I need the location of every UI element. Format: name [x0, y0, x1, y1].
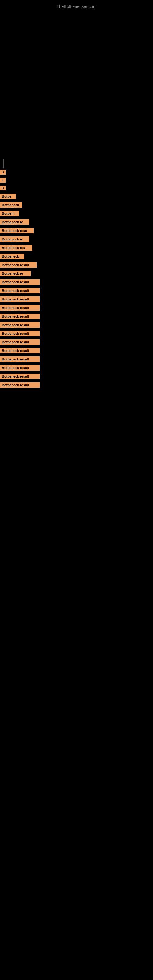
list-item: Bottleneck result	[0, 329, 153, 337]
list-item: Bottleneck result	[0, 321, 153, 329]
bottleneck-result-label: B	[0, 170, 5, 175]
bottleneck-result-label: E	[0, 178, 5, 183]
list-item: Bottleneck result	[0, 338, 153, 346]
bottleneck-result-label: Bottleneck result	[0, 279, 40, 285]
list-item: Bottleneck result	[0, 295, 153, 303]
list-item: Bottle	[0, 192, 153, 200]
bottleneck-result-label: Bottleneck re	[0, 271, 30, 276]
list-item: Bottleneck	[0, 252, 153, 260]
list-item: B	[0, 185, 153, 192]
bottleneck-result-label: Bottleneck re	[0, 219, 29, 225]
list-item: Bottleneck result	[0, 381, 153, 389]
bottleneck-result-label: Bottleneck res	[0, 245, 32, 250]
bottleneck-result-label: Bottleneck result	[0, 382, 40, 388]
list-item: Bottleneck result	[0, 364, 153, 372]
bottleneck-result-label: Bottleneck result	[0, 374, 40, 379]
bottleneck-result-label: Bottleneck result	[0, 262, 37, 268]
list-item: Bottleneck	[0, 201, 153, 209]
list-item: Bottleneck resu	[0, 227, 153, 235]
bottleneck-result-label: Bottleneck	[0, 254, 24, 259]
vertical-line	[3, 159, 4, 169]
bottleneck-result-label: Bottle	[0, 194, 16, 199]
bottleneck-result-label: Bottleneck result	[0, 305, 40, 310]
bottleneck-result-label: Bottleneck result	[0, 356, 40, 362]
bottleneck-result-label: Bottleneck re	[0, 236, 29, 242]
list-item: Bottleneck result	[0, 278, 153, 286]
bottleneck-result-label: Bottleneck	[0, 202, 22, 208]
list-item: Bottleneck result	[0, 312, 153, 320]
bottleneck-result-label: Bottleneck result	[0, 322, 40, 328]
list-item: Bottleneck result	[0, 304, 153, 312]
list-item: B	[0, 169, 153, 176]
list-item: Bottleneck res	[0, 244, 153, 252]
bottleneck-result-label: Bottleneck result	[0, 296, 40, 302]
site-title: TheBottlenecker.com	[0, 2, 153, 11]
list-item: Bottleneck result	[0, 372, 153, 380]
bottleneck-result-label: Bottlen	[0, 211, 19, 216]
bottleneck-result-label: Bottleneck result	[0, 288, 40, 293]
bottleneck-result-label: Bottleneck result	[0, 365, 40, 371]
list-item: Bottleneck result	[0, 347, 153, 355]
list-item: Bottleneck re	[0, 235, 153, 243]
list-item: Bottleneck re	[0, 269, 153, 277]
list-item: Bottleneck result	[0, 355, 153, 363]
bottleneck-result-label: B	[0, 186, 5, 191]
bottleneck-result-label: Bottleneck result	[0, 348, 40, 353]
list-item: Bottleneck re	[0, 218, 153, 226]
list-item: Bottleneck result	[0, 286, 153, 294]
list-item: E	[0, 177, 153, 184]
bottleneck-result-label: Bottleneck result	[0, 339, 40, 345]
bottleneck-items-container: BEBBottleBottleneckBottlenBottleneck reB…	[0, 169, 153, 390]
bottleneck-result-label: Bottleneck result	[0, 313, 40, 319]
bottleneck-result-label: Bottleneck result	[0, 331, 40, 336]
list-item: Bottlen	[0, 210, 153, 218]
list-item: Bottleneck result	[0, 261, 153, 269]
bottleneck-result-label: Bottleneck resu	[0, 228, 33, 233]
